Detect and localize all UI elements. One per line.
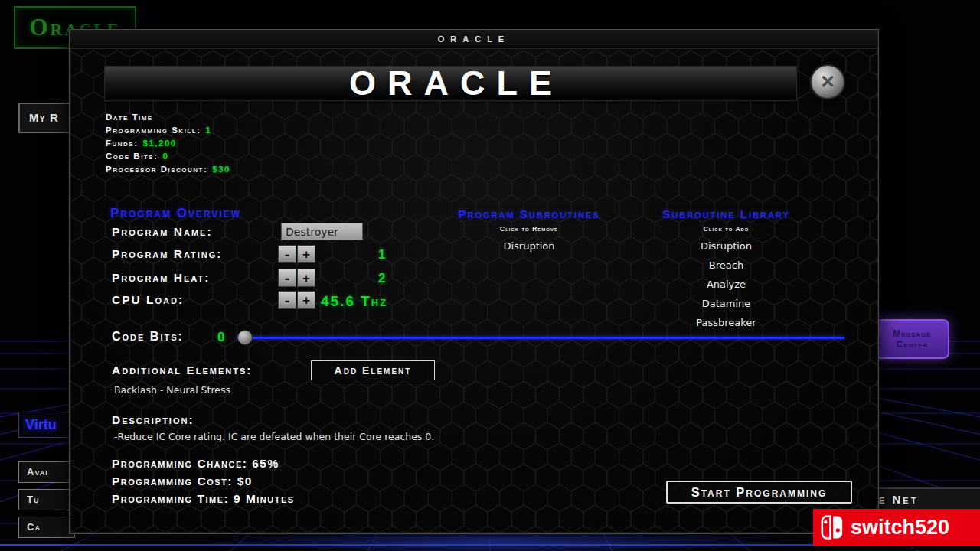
watermark-text: switch520: [851, 516, 949, 540]
stat-label: Code Bits:: [106, 152, 158, 161]
stat-row-discount: Processor Discount:$30: [106, 163, 230, 176]
close-icon: ✕: [820, 71, 835, 93]
cpu-increase-button[interactable]: +: [297, 291, 315, 309]
program-heat-label: Program Heat:: [112, 271, 210, 285]
program-name-label: Program Name:: [112, 225, 213, 239]
programming-cost: Programming Cost: $0: [112, 474, 253, 488]
heat-increase-button[interactable]: +: [297, 269, 315, 287]
description-label: Description:: [112, 413, 194, 427]
program-rating-stepper: - +: [278, 245, 315, 263]
oracle-dialog: ORACLE ORACLE ✕ Date Time Programming Sk…: [69, 29, 879, 534]
code-bits-label: Code Bits:: [112, 330, 184, 344]
stat-label: Funds:: [106, 139, 139, 148]
program-heat-value: 2: [378, 271, 386, 286]
library-item[interactable]: Disruption: [625, 236, 828, 256]
library-item[interactable]: Passbreaker: [625, 313, 828, 332]
stat-row-skill: Programming Skill:1: [106, 124, 230, 137]
stat-row-funds: Funds:$1,200: [106, 137, 230, 150]
start-programming-button[interactable]: Start Programming: [666, 481, 852, 504]
stat-label: Programming Skill:: [106, 126, 201, 135]
stat-value: 0: [162, 152, 168, 161]
click-to-add-hint: Click to Add: [625, 225, 828, 233]
add-element-button[interactable]: Add Element: [311, 360, 435, 380]
stat-value: 1: [205, 126, 211, 135]
section-title-subroutine-library: Subroutine Library: [625, 207, 828, 220]
dialog-title: ORACLE: [349, 64, 564, 103]
code-bits-slider-handle[interactable]: [237, 330, 253, 345]
datetime-label: Date Time: [106, 111, 230, 124]
dialog-titlebar: ORACLE: [70, 30, 878, 49]
description-text: -Reduce IC Core rating. IC are defeated …: [114, 431, 434, 442]
code-bits-value: 0: [217, 330, 224, 345]
program-heat-stepper: - +: [278, 269, 315, 287]
game-screen: Oracle My R Virtu Avai Tu Ca Message Cen…: [0, 0, 980, 551]
close-button[interactable]: ✕: [810, 64, 845, 99]
section-title-program-overview: Program Overview: [110, 206, 241, 221]
catalog-button[interactable]: Ca: [18, 517, 75, 538]
program-rating-value: 1: [378, 247, 386, 262]
programming-chance: Programming Chance: 65%: [112, 457, 279, 471]
watermark: switch520: [813, 509, 980, 546]
programming-time: Programming Time: 9 Minutes: [112, 492, 295, 506]
program-name-input[interactable]: [281, 223, 363, 240]
message-center-button[interactable]: Message Center: [875, 319, 949, 359]
player-stats: Date Time Programming Skill:1 Funds:$1,2…: [106, 111, 230, 176]
program-subroutines-panel: Program Subroutines Click to Remove Disr…: [422, 207, 636, 256]
library-item[interactable]: Analyze: [625, 275, 828, 294]
library-item[interactable]: Datamine: [625, 294, 828, 313]
stat-label: Processor Discount:: [106, 165, 207, 174]
rating-decrease-button[interactable]: -: [278, 245, 296, 263]
dialog-header: ORACLE: [104, 66, 797, 101]
stat-row-codebits: Code Bits:0: [106, 150, 230, 163]
program-rating-label: Program Rating:: [112, 247, 223, 261]
cpu-load-stepper: - +: [278, 291, 315, 309]
stat-value: $1,200: [143, 139, 177, 148]
subroutine-library-panel: Subroutine Library Click to Add Disrupti…: [625, 207, 828, 332]
stat-value: $30: [212, 165, 230, 174]
rating-increase-button[interactable]: +: [297, 245, 315, 263]
subroutine-item[interactable]: Disruption: [422, 236, 636, 256]
cpu-decrease-button[interactable]: -: [278, 291, 296, 309]
code-bits-slider[interactable]: [237, 337, 844, 339]
library-item[interactable]: Breach: [625, 256, 828, 275]
cpu-load-label: CPU Load:: [112, 293, 184, 307]
element-item: Backlash - Neural Stress: [114, 384, 230, 396]
cpu-load-value: 45.6 Thz: [321, 293, 387, 310]
additional-elements-label: Additional Elements:: [112, 364, 252, 377]
click-to-remove-hint: Click to Remove: [422, 225, 636, 233]
net-bar[interactable]: e Net: [864, 487, 980, 510]
switch-logo-icon: [819, 514, 845, 540]
section-title-program-subroutines: Program Subroutines: [422, 207, 636, 220]
available-button[interactable]: Avai: [18, 461, 75, 483]
heat-decrease-button[interactable]: -: [278, 269, 296, 287]
tutorial-button[interactable]: Tu: [18, 489, 75, 510]
